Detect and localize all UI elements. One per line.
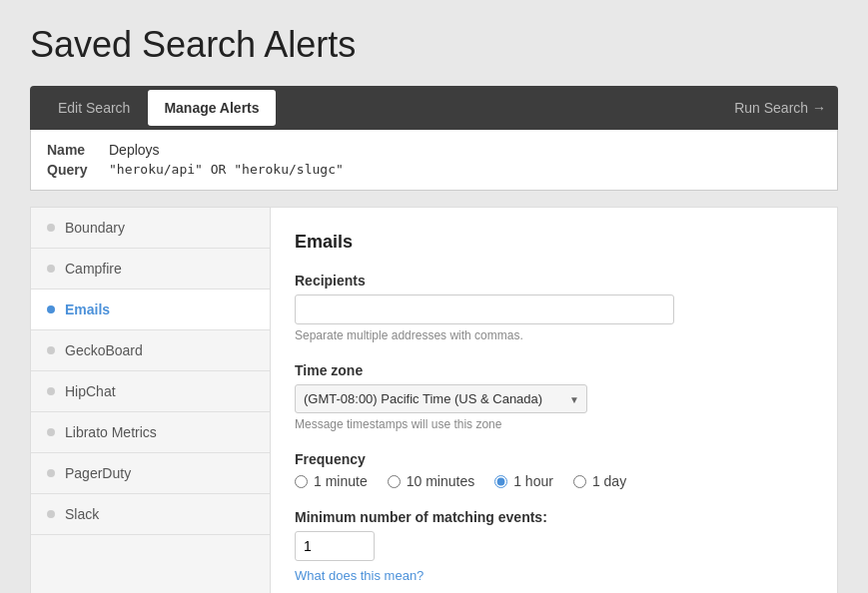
sidebar-item-slack[interactable]: Slack	[31, 494, 270, 535]
bullet-icon	[47, 387, 55, 395]
page-title: Saved Search Alerts	[30, 24, 838, 66]
search-query-row: Query "heroku/api" OR "heroku/slugc"	[47, 162, 821, 178]
min-events-group: Minimum number of matching events: What …	[295, 509, 813, 583]
bullet-icon	[47, 305, 55, 313]
frequency-radio-1_hour[interactable]	[494, 475, 507, 488]
bullet-icon	[47, 265, 55, 273]
frequency-radio-10_minutes[interactable]	[388, 475, 401, 488]
tab-bar-left: Edit Search Manage Alerts	[42, 90, 276, 126]
frequency-label: Frequency	[295, 451, 813, 467]
query-value: "heroku/api" OR "heroku/slugc"	[109, 162, 344, 178]
recipients-input[interactable]	[295, 295, 674, 324]
timezone-label: Time zone	[295, 362, 813, 378]
sidebar-item-label: Emails	[65, 301, 110, 317]
sidebar-item-label: Librato Metrics	[65, 424, 157, 440]
main-content: BoundaryCampfireEmailsGeckoBoardHipChatL…	[30, 207, 838, 593]
name-label: Name	[47, 142, 97, 158]
frequency-label-10_minutes: 10 minutes	[407, 473, 474, 489]
frequency-label-1_day: 1 day	[592, 473, 626, 489]
frequency-option-1_minute[interactable]: 1 minute	[295, 473, 368, 489]
sidebar-item-hipchat[interactable]: HipChat	[31, 371, 270, 412]
bullet-icon	[47, 224, 55, 232]
timezone-select-wrapper: (GMT-08:00) Pacific Time (US & Canada)(G…	[295, 384, 587, 413]
frequency-group: Frequency 1 minute10 minutes1 hour1 day	[295, 451, 813, 489]
sidebar-item-boundary[interactable]: Boundary	[31, 208, 270, 249]
timezone-hint: Message timestamps will use this zone	[295, 417, 813, 431]
recipients-hint: Separate multiple addresses with commas.	[295, 328, 813, 342]
what-does-this-mean-link[interactable]: What does this mean?	[295, 568, 424, 583]
sidebar-item-label: GeckoBoard	[65, 342, 143, 358]
sidebar: BoundaryCampfireEmailsGeckoBoardHipChatL…	[30, 207, 270, 593]
frequency-option-10_minutes[interactable]: 10 minutes	[388, 473, 474, 489]
sidebar-item-label: HipChat	[65, 383, 116, 399]
frequency-option-1_day[interactable]: 1 day	[573, 473, 626, 489]
sidebar-item-campfire[interactable]: Campfire	[31, 249, 270, 290]
bullet-icon	[47, 428, 55, 436]
frequency-label-1_minute: 1 minute	[314, 473, 368, 489]
recipients-group: Recipients Separate multiple addresses w…	[295, 273, 813, 342]
sidebar-item-label: PagerDuty	[65, 465, 131, 481]
frequency-label-1_hour: 1 hour	[513, 473, 553, 489]
search-info-bar: Name Deploys Query "heroku/api" OR "hero…	[30, 130, 838, 191]
bullet-icon	[47, 469, 55, 477]
min-events-input[interactable]	[295, 531, 375, 561]
sidebar-item-geckoboard[interactable]: GeckoBoard	[31, 330, 270, 371]
recipients-label: Recipients	[295, 273, 813, 289]
query-label: Query	[47, 162, 97, 178]
sidebar-item-emails[interactable]: Emails	[31, 290, 271, 330]
bullet-icon	[47, 346, 55, 354]
timezone-select[interactable]: (GMT-08:00) Pacific Time (US & Canada)(G…	[295, 384, 587, 413]
frequency-option-1_hour[interactable]: 1 hour	[494, 473, 553, 489]
sidebar-item-pagerduty[interactable]: PagerDuty	[31, 453, 270, 494]
tab-edit-search[interactable]: Edit Search	[42, 90, 146, 126]
frequency-row: 1 minute10 minutes1 hour1 day	[295, 473, 813, 489]
tab-bar: Edit Search Manage Alerts Run Search →	[30, 86, 838, 130]
sidebar-item-label: Campfire	[65, 261, 122, 277]
min-events-label: Minimum number of matching events:	[295, 509, 813, 525]
content-panel: Emails Recipients Separate multiple addr…	[270, 207, 838, 593]
sidebar-item-label: Boundary	[65, 220, 125, 236]
sidebar-item-label: Slack	[65, 506, 99, 522]
frequency-radio-1_minute[interactable]	[295, 475, 308, 488]
search-name-row: Name Deploys	[47, 142, 821, 158]
emails-panel-title: Emails	[295, 232, 813, 253]
bullet-icon	[47, 510, 55, 518]
name-value: Deploys	[109, 142, 160, 158]
tab-manage-alerts[interactable]: Manage Alerts	[148, 90, 275, 126]
timezone-group: Time zone (GMT-08:00) Pacific Time (US &…	[295, 362, 813, 431]
sidebar-item-librato-metrics[interactable]: Librato Metrics	[31, 412, 270, 453]
frequency-radio-1_day[interactable]	[573, 475, 586, 488]
run-search-link[interactable]: Run Search →	[734, 100, 826, 116]
